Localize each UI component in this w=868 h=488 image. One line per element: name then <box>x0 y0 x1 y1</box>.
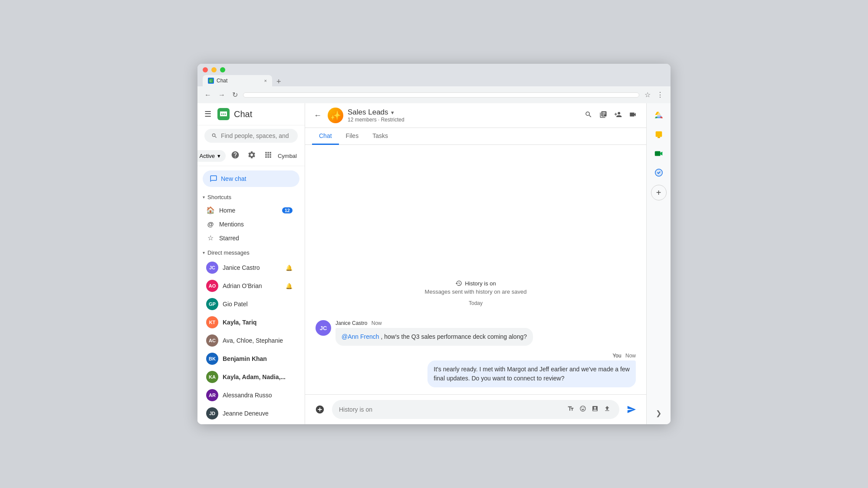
invite-icon <box>614 111 622 118</box>
upload-button[interactable] <box>602 403 612 416</box>
you-msg-meta: You Now <box>427 353 636 359</box>
starred-icon: ☆ <box>206 234 215 242</box>
msg-mention: @Ann French <box>342 333 379 340</box>
drive-app-button[interactable] <box>650 107 667 124</box>
maximize-window-button[interactable] <box>220 67 225 72</box>
you-msg-content: You Now It's nearly ready. I met with Ma… <box>427 353 636 387</box>
back-nav-button[interactable]: ← <box>203 89 213 101</box>
forward-nav-button[interactable]: → <box>217 89 227 101</box>
message-input-box <box>332 400 619 419</box>
dm-section-header[interactable]: ▾ Direct messages <box>197 247 305 259</box>
keep-app-button[interactable] <box>650 126 667 143</box>
browser-window: C Chat × + ← → ↻ ☆ ⋮ ☰ <box>197 64 671 424</box>
janice-msg-bubble: @Ann French , how's the Q3 sales perform… <box>335 328 533 346</box>
members-button[interactable] <box>597 108 610 123</box>
add-app-button[interactable]: + <box>651 185 667 200</box>
browser-tab[interactable]: C Chat × <box>203 75 272 86</box>
apps-button[interactable] <box>261 148 275 164</box>
dm-item-alessandra[interactable]: AR Alessandra Russo <box>197 386 299 404</box>
kayla-adam-label: Kayla, Adam, Nadia,... <box>223 373 293 380</box>
janice-sender: Janice Castro <box>335 320 367 326</box>
meet-app-button[interactable] <box>650 145 667 162</box>
dm-item-kayla-tariq[interactable]: KT Kayla, Tariq <box>197 313 299 331</box>
adrian-bell-icon: 🔔 <box>286 283 293 289</box>
tab-tasks[interactable]: Tasks <box>365 128 395 145</box>
sidebar-item-mentions[interactable]: @ Mentions <box>197 217 299 231</box>
search-chat-button[interactable] <box>582 108 595 123</box>
dm-item-jeanne[interactable]: JD Jeanne Deneuve <box>197 404 299 422</box>
input-actions <box>566 403 612 416</box>
emoji-button[interactable] <box>578 403 588 416</box>
send-icon <box>627 405 636 414</box>
shortcuts-header[interactable]: ▾ Shortcuts <box>197 191 305 203</box>
add-content-button[interactable] <box>312 402 328 417</box>
gio-label: Gio Patel <box>223 301 293 308</box>
tasks-icon <box>654 168 664 177</box>
attachment-icon <box>592 405 598 412</box>
history-on-label: History is on <box>465 280 496 287</box>
invite-button[interactable] <box>612 108 625 123</box>
new-tab-button[interactable]: + <box>274 77 284 86</box>
help-button[interactable] <box>228 148 242 164</box>
janice-msg-meta: Janice Castro Now <box>335 320 533 326</box>
chat-input-area <box>305 394 646 424</box>
browser-menu-button[interactable]: ⋮ <box>655 89 665 101</box>
address-bar <box>243 92 639 98</box>
tab-chat[interactable]: Chat <box>312 128 339 145</box>
reload-nav-button[interactable]: ↻ <box>230 89 240 101</box>
format-text-button[interactable] <box>566 403 576 416</box>
send-button[interactable] <box>624 402 639 417</box>
tab-favicon: C <box>208 78 214 84</box>
message-input[interactable] <box>339 406 562 413</box>
video-call-button[interactable] <box>626 108 639 123</box>
dm-item-gio[interactable]: GP Gio Patel <box>197 295 299 313</box>
status-chevron-icon: ▾ <box>217 153 220 159</box>
chat-header-info: Sales Leads ▾ 12 members · Restricted <box>348 108 578 123</box>
history-sub-label: Messages sent with history on are saved <box>425 288 527 295</box>
dm-item-ava-chloe[interactable]: AC Ava, Chloe, Stephanie <box>197 331 299 350</box>
search-bar[interactable] <box>204 129 298 143</box>
dm-item-janice[interactable]: JC Janice Castro 🔔 <box>197 259 299 277</box>
ava-chloe-label: Ava, Chloe, Stephanie <box>223 337 293 344</box>
jeanne-avatar: JD <box>206 407 218 419</box>
hamburger-button[interactable]: ☰ <box>203 108 213 121</box>
chat-name-chevron-icon[interactable]: ▾ <box>391 109 394 116</box>
tab-files[interactable]: Files <box>339 128 366 145</box>
history-notice: History is on Messages sent with history… <box>316 280 636 306</box>
tab-close-button[interactable]: × <box>264 78 267 83</box>
drive-icon <box>654 111 664 120</box>
new-chat-icon <box>210 175 217 183</box>
sidebar-item-home[interactable]: 🏠 Home 12 <box>197 203 299 217</box>
dm-item-adrian[interactable]: AO Adrian O'Brian 🔔 <box>197 277 299 295</box>
alessandra-avatar: AR <box>206 389 218 401</box>
back-button[interactable]: ← <box>312 109 323 122</box>
history-notice-top: History is on <box>455 280 496 287</box>
dm-item-kayla-adam[interactable]: KA Kayla, Adam, Nadia,... <box>197 368 299 386</box>
settings-button[interactable] <box>245 148 259 164</box>
sidebar-item-starred[interactable]: ☆ Starred <box>197 231 299 245</box>
home-badge: 12 <box>282 207 293 213</box>
search-chat-icon <box>585 111 592 118</box>
status-button[interactable]: Active ▾ <box>197 150 226 162</box>
kayla-tariq-label: Kayla, Tariq <box>223 319 293 326</box>
janice-msg-time: Now <box>372 320 382 326</box>
messages-area: History is on Messages sent with history… <box>305 145 646 394</box>
svg-point-3 <box>221 114 223 115</box>
upload-icon <box>604 405 611 412</box>
video-call-icon <box>629 111 637 118</box>
close-window-button[interactable] <box>203 67 208 72</box>
minimize-window-button[interactable] <box>211 67 217 72</box>
bookmark-button[interactable]: ☆ <box>643 89 652 101</box>
attachment-button[interactable] <box>590 403 600 416</box>
mentions-label: Mentions <box>219 221 293 228</box>
you-msg-time: Now <box>625 353 636 359</box>
search-input[interactable] <box>221 132 291 139</box>
tasks-app-button[interactable] <box>650 164 667 181</box>
new-chat-button[interactable]: New chat <box>203 170 299 187</box>
chat-header-meta: 12 members · Restricted <box>348 117 578 123</box>
dm-item-benjamin[interactable]: BK Benjamin Khan <box>197 350 299 368</box>
expand-sidebar-button[interactable]: ❯ <box>651 405 667 421</box>
svg-point-4 <box>223 114 224 115</box>
svg-rect-8 <box>658 137 659 138</box>
settings-icon <box>247 151 256 159</box>
